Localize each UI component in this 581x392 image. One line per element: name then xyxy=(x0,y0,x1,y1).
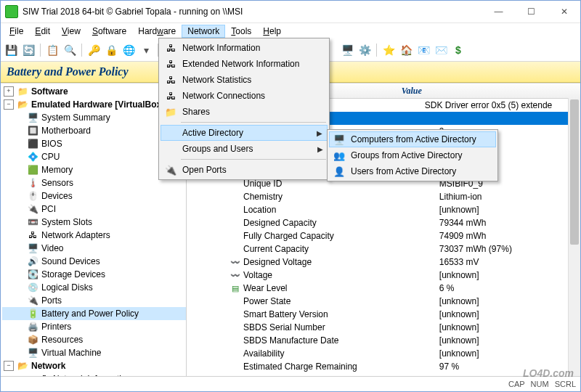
blank-icon xyxy=(163,142,178,156)
maximize-button[interactable]: ☐ xyxy=(515,1,548,23)
detail-row[interactable]: Power State[unknown] xyxy=(187,295,580,308)
blank-icon xyxy=(163,126,178,140)
menu-hardware[interactable]: Hardware xyxy=(132,25,182,38)
detail-row[interactable]: SBDS Manufacture Date[unknown] xyxy=(187,334,580,347)
detail-row[interactable]: ChemistryLithium-ion xyxy=(187,190,580,203)
detail-row[interactable]: Availability[unknown] xyxy=(187,347,580,360)
tb-key-icon[interactable]: 🔑 xyxy=(86,43,101,57)
menu-software[interactable]: Software xyxy=(86,25,132,38)
network-icon: 🖧 xyxy=(163,73,178,87)
detail-row[interactable]: Estimated Run Time[unk*** TRIAL *** xyxy=(187,373,580,376)
prop-label: Wear Level xyxy=(243,283,287,293)
dd-network-connections[interactable]: 🖧 Network Connections xyxy=(161,88,328,104)
tree-node-network[interactable]: − 📂 Network xyxy=(2,359,186,372)
folder-icon: 📁 xyxy=(17,86,28,97)
menu-edit[interactable]: Edit xyxy=(29,25,56,38)
tb-letter-icon[interactable]: ✉️ xyxy=(434,43,448,57)
detail-row[interactable]: Smart Battery Version[unknown] xyxy=(187,308,580,321)
val-label: [unk*** TRIAL *** xyxy=(439,375,505,376)
dd-open-ports[interactable]: 🔌 Open Ports xyxy=(161,162,328,178)
blank-icon xyxy=(230,348,240,359)
chevron-right-icon: ▶ xyxy=(317,129,322,137)
tb-save-icon[interactable]: 💾 xyxy=(4,43,18,57)
tb-star-icon[interactable]: ⭐ xyxy=(381,43,396,57)
menu-file[interactable]: File xyxy=(4,25,29,38)
dd-label: Groups from Active Directory xyxy=(351,150,462,160)
tree-item[interactable]: 🔊Sound Devices xyxy=(2,255,186,268)
val-label: 73037 mWh (97%) xyxy=(439,244,512,254)
dd-shares[interactable]: 📁 Shares xyxy=(161,104,328,120)
minimize-button[interactable]: — xyxy=(482,1,515,23)
menu-help[interactable]: Help xyxy=(257,25,287,38)
dd-groups-users[interactable]: Groups and Users ▶ xyxy=(161,141,328,157)
close-button[interactable]: ✕ xyxy=(548,1,580,23)
dd-label: Shares xyxy=(182,107,210,117)
tree-item[interactable]: 📦Resources xyxy=(2,333,186,346)
item-icon: 🖱️ xyxy=(27,190,38,202)
expand-icon[interactable]: + xyxy=(4,86,14,97)
tb-mail-icon[interactable]: 📧 xyxy=(416,43,431,57)
val-label: 97 % xyxy=(439,362,459,372)
dd-ext-network-info[interactable]: 🖧 Extended Network Information xyxy=(161,56,328,72)
scroll-thumb[interactable] xyxy=(570,99,579,245)
tree-item[interactable]: 🔌Ports xyxy=(2,294,186,307)
dd-active-directory[interactable]: Active Directory ▶ xyxy=(161,125,328,141)
tb-refresh-icon[interactable]: 🔄 xyxy=(21,43,36,57)
tb-gear-icon[interactable]: ⚙️ xyxy=(357,43,372,57)
item-icon: 🔋 xyxy=(27,308,38,319)
dd-label: Users from Active Directory xyxy=(351,166,456,176)
tb-monitor-icon[interactable]: 🖥️ xyxy=(340,43,354,57)
val-label: [unknown] xyxy=(439,335,479,346)
tree-item[interactable]: 🔌PCI xyxy=(2,203,186,216)
detail-row[interactable]: Fully Charged Capacity74909 mWh xyxy=(187,229,580,242)
dd-ad-users[interactable]: 👤 Users from Active Directory xyxy=(329,163,496,179)
detail-row[interactable]: Designed Capacity79344 mWh xyxy=(187,216,580,229)
tree-label: Resources xyxy=(41,335,83,345)
menu-network[interactable]: Network xyxy=(182,25,225,38)
tree-item[interactable]: 📼System Slots xyxy=(2,216,186,229)
tree-label: Battery and Power Policy xyxy=(41,309,139,319)
collapse-icon[interactable]: − xyxy=(4,99,14,110)
collapse-icon[interactable]: − xyxy=(4,361,14,371)
scrollbar-vertical[interactable] xyxy=(568,98,580,376)
detail-row[interactable]: Location[unknown] xyxy=(187,203,580,216)
dd-network-info[interactable]: 🖧 Network Information xyxy=(161,40,328,56)
status-scrl: SCRL xyxy=(555,380,576,388)
prop-label: Estimated Run Time xyxy=(243,375,322,376)
tb-globe-icon[interactable]: 🌐 xyxy=(121,43,136,57)
tb-home-icon[interactable]: 🏠 xyxy=(399,43,413,57)
item-icon: 🖧 xyxy=(27,229,38,241)
detail-row[interactable]: Estimated Charge Remaining97 % xyxy=(187,360,580,373)
tree-item[interactable]: 💽Storage Devices xyxy=(2,268,186,281)
detail-row[interactable]: ▤Wear Level6 % xyxy=(187,282,580,295)
col-value[interactable]: Value xyxy=(397,83,580,98)
tree-item[interactable]: 🖧Network Adapters xyxy=(2,229,186,242)
tree-item[interactable]: 💿Logical Disks xyxy=(2,281,186,294)
tree-item[interactable]: 🖱️Devices xyxy=(2,189,186,203)
dd-network-stats[interactable]: 🖧 Network Statistics xyxy=(161,72,328,88)
dd-ad-computers[interactable]: 🖥️ Computers from Active Directory xyxy=(329,131,496,147)
tree-item[interactable]: 🔋Battery and Power Policy xyxy=(2,307,186,320)
tree-item[interactable]: 🖨️Printers xyxy=(2,320,186,333)
tree-label: Memory xyxy=(41,165,73,175)
detail-row[interactable]: Current Capacity73037 mWh (97%) xyxy=(187,242,580,256)
dd-ad-groups[interactable]: 👥 Groups from Active Directory xyxy=(329,147,496,163)
network-icon: 🖧 xyxy=(163,89,178,103)
tree-item[interactable]: 🖧Network Information xyxy=(2,372,186,376)
detail-row[interactable]: 〰️Designed Voltage16533 mV xyxy=(187,256,580,269)
wear-icon: ▤ xyxy=(230,283,240,293)
detail-row[interactable]: 〰️Voltage[unknown] xyxy=(187,269,580,282)
tree-item[interactable]: 🖥️Virtual Machine xyxy=(2,346,186,359)
status-num: NUM xyxy=(531,380,549,388)
tb-search-icon[interactable]: 🔍 xyxy=(62,43,77,57)
tb-lock-icon[interactable]: 🔒 xyxy=(104,43,118,57)
menu-view[interactable]: View xyxy=(56,25,86,38)
tb-dollar-icon[interactable]: $ xyxy=(451,43,466,57)
tb-clipboard-icon[interactable]: 📋 xyxy=(45,43,60,57)
detail-row[interactable]: SBDS Serial Number[unknown] xyxy=(187,321,580,334)
dd-label: Open Ports xyxy=(182,165,227,175)
menu-tools[interactable]: Tools xyxy=(225,25,257,38)
tb-down-icon[interactable]: ▾ xyxy=(139,43,153,57)
tree-label: Software xyxy=(31,86,68,97)
tree-item[interactable]: 🖥️Video xyxy=(2,242,186,255)
